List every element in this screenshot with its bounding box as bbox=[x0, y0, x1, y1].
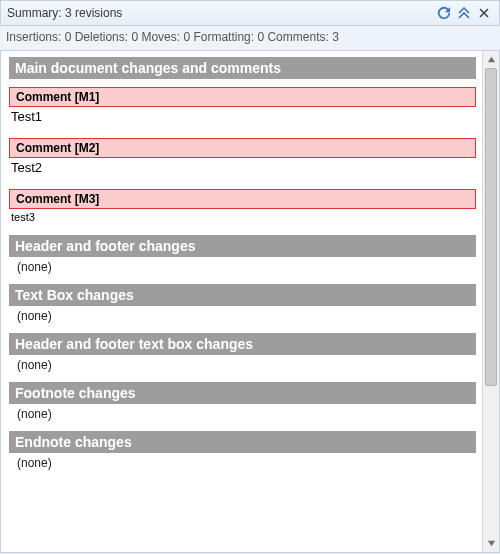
panel-title: Summary: 3 revisions bbox=[7, 6, 433, 20]
none-label: (none) bbox=[9, 355, 476, 376]
chevrons-up-icon bbox=[458, 7, 470, 19]
section-endnote-heading: Endnote changes bbox=[9, 431, 476, 453]
collapse-button[interactable] bbox=[455, 4, 473, 22]
triangle-down-icon bbox=[487, 539, 496, 548]
scroll-down-button[interactable] bbox=[483, 535, 499, 552]
comment-body: Test2 bbox=[9, 158, 476, 181]
section-footnote-heading: Footnote changes bbox=[9, 382, 476, 404]
scroll-up-button[interactable] bbox=[483, 51, 499, 68]
revision-stats: Insertions: 0 Deletions: 0 Moves: 0 Form… bbox=[0, 26, 500, 51]
none-label: (none) bbox=[9, 404, 476, 425]
close-icon bbox=[479, 8, 489, 18]
comment-header[interactable]: Comment [M1] bbox=[9, 87, 476, 107]
vertical-scrollbar[interactable] bbox=[482, 51, 499, 552]
refresh-button[interactable] bbox=[435, 4, 453, 22]
comment-body: test3 bbox=[9, 209, 476, 229]
none-label: (none) bbox=[9, 306, 476, 327]
scroll-track[interactable] bbox=[483, 68, 499, 535]
panel-header: Summary: 3 revisions bbox=[0, 0, 500, 26]
comment-header[interactable]: Comment [M2] bbox=[9, 138, 476, 158]
comment-header[interactable]: Comment [M3] bbox=[9, 189, 476, 209]
scroll-thumb[interactable] bbox=[485, 68, 497, 386]
content-pane: Main document changes and comments Comme… bbox=[1, 51, 482, 552]
none-label: (none) bbox=[9, 453, 476, 474]
section-main-heading: Main document changes and comments bbox=[9, 57, 476, 79]
triangle-up-icon bbox=[487, 55, 496, 64]
section-textbox-heading: Text Box changes bbox=[9, 284, 476, 306]
comment-body: Test1 bbox=[9, 107, 476, 130]
section-hf-textbox-heading: Header and footer text box changes bbox=[9, 333, 476, 355]
section-header-footer-heading: Header and footer changes bbox=[9, 235, 476, 257]
refresh-icon bbox=[437, 6, 451, 20]
close-button[interactable] bbox=[475, 4, 493, 22]
document-area: Main document changes and comments Comme… bbox=[0, 51, 500, 553]
none-label: (none) bbox=[9, 257, 476, 278]
